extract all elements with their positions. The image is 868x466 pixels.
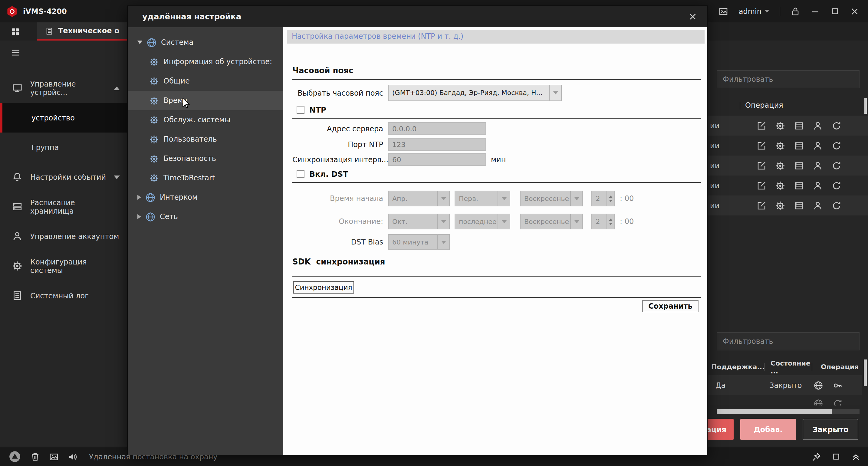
person-icon[interactable] — [813, 141, 823, 150]
chevron-down-icon[interactable] — [498, 191, 510, 206]
table-row[interactable]: ии — [708, 195, 868, 215]
sidebar-item-event-settings[interactable]: Настройки событий — [0, 162, 127, 192]
edit-icon[interactable] — [756, 121, 766, 130]
records-icon[interactable] — [794, 200, 804, 210]
chevron-down-icon[interactable] — [437, 214, 449, 229]
spinner-down-icon[interactable] — [609, 222, 613, 225]
edit-icon[interactable] — [756, 200, 766, 210]
refresh-icon[interactable] — [832, 141, 841, 150]
sidebar-item-system-log[interactable]: Системный лог — [0, 281, 127, 310]
speaker-icon[interactable] — [68, 452, 78, 462]
gear-icon[interactable] — [775, 141, 785, 150]
maximize-button[interactable] — [831, 7, 840, 16]
chevron-down-icon[interactable] — [437, 235, 449, 249]
tree-item-security[interactable]: Безопасность — [128, 149, 283, 168]
ntp-checkbox[interactable] — [297, 106, 305, 114]
closed-button[interactable]: Закрыто — [803, 419, 858, 440]
gear-icon[interactable] — [775, 121, 785, 130]
spinner-up-icon[interactable] — [609, 195, 613, 197]
picture-icon[interactable] — [49, 452, 59, 462]
globe-icon[interactable] — [813, 380, 823, 390]
spinner-down-icon[interactable] — [609, 199, 613, 202]
pin-icon[interactable] — [812, 452, 822, 462]
refresh-icon[interactable] — [833, 399, 843, 405]
gear-icon[interactable] — [775, 181, 785, 190]
gear-icon[interactable] — [775, 200, 785, 210]
globe-icon[interactable] — [813, 399, 823, 405]
sidebar-item-storage-schedule[interactable]: Расписание хранилища — [0, 192, 127, 221]
edit-icon[interactable] — [756, 141, 766, 150]
lock-icon[interactable] — [790, 6, 800, 16]
chevron-down-icon[interactable] — [570, 191, 582, 206]
expand-collapse-icon[interactable] — [137, 40, 142, 44]
sidebar-item-system-config[interactable]: Конфигурация системы — [0, 251, 127, 281]
trash-icon[interactable] — [30, 452, 40, 462]
chevron-down-icon[interactable] — [570, 214, 582, 229]
dst-checkbox-row[interactable]: Вкл. DST — [297, 169, 348, 179]
scrollbar-thumb[interactable] — [864, 98, 867, 114]
tree-item-time[interactable]: Время — [128, 91, 283, 110]
tree-item-intercom[interactable]: Интерком — [128, 188, 283, 207]
tree-item-maintenance[interactable]: Обслуж. системы — [128, 110, 283, 129]
tree-item-device-info[interactable]: Информация об устройстве: — [128, 52, 283, 71]
dst-end-month-select[interactable]: Окт. — [388, 214, 450, 229]
ntp-port-input[interactable] — [388, 138, 486, 151]
refresh-icon[interactable] — [832, 200, 841, 210]
ntp-server-input[interactable] — [388, 122, 486, 135]
scrollbar-thumb[interactable] — [864, 360, 867, 386]
dst-checkbox[interactable] — [297, 170, 305, 178]
save-button[interactable]: Сохранить — [642, 300, 699, 312]
filter-input-top[interactable] — [717, 70, 860, 88]
edit-icon[interactable] — [756, 161, 766, 170]
refresh-icon[interactable] — [832, 121, 841, 130]
tree-item-user[interactable]: Пользователь — [128, 129, 283, 149]
table-row[interactable]: ии — [708, 116, 868, 135]
edit-icon[interactable] — [756, 181, 766, 190]
records-icon[interactable] — [794, 141, 804, 150]
person-icon[interactable] — [813, 121, 823, 130]
records-icon[interactable] — [794, 121, 804, 130]
sidebar-item-device-management[interactable]: Управление устройс... — [0, 73, 127, 103]
expand-collapse-icon[interactable] — [137, 195, 141, 200]
dst-end-week-select[interactable]: последнее — [455, 214, 510, 229]
close-button[interactable] — [850, 6, 860, 16]
refresh-icon[interactable] — [832, 161, 841, 170]
timezone-select[interactable]: (GMT+03:00) Багдад, Эр-Рияд, Москва, Н..… — [388, 85, 562, 101]
expand-collapse-icon[interactable] — [137, 214, 141, 219]
sidebar-item-account-management[interactable]: Управление аккаунтом — [0, 221, 127, 251]
table-row[interactable]: ии — [708, 135, 868, 156]
dst-bias-select[interactable]: 60 минута — [388, 234, 450, 250]
person-icon[interactable] — [813, 200, 823, 210]
records-icon[interactable] — [794, 181, 804, 190]
alarm-status-icon[interactable] — [8, 450, 21, 463]
gear-icon[interactable] — [775, 161, 785, 170]
stop-icon[interactable] — [832, 452, 841, 461]
picture-preview-icon[interactable] — [719, 6, 728, 16]
dialog-close-icon[interactable] — [688, 12, 697, 21]
minimize-button[interactable] — [810, 6, 820, 16]
sidebar-item-device[interactable]: устройство — [0, 103, 127, 132]
sidebar-item-group[interactable]: Группа — [0, 132, 127, 162]
dst-start-hour-spinner[interactable]: 2 — [591, 191, 615, 206]
spinner-up-icon[interactable] — [609, 218, 613, 221]
tree-item-system[interactable]: Система — [128, 33, 283, 52]
apps-grid-icon[interactable] — [11, 27, 20, 36]
chevron-down-icon[interactable] — [498, 214, 510, 229]
dialog-titlebar[interactable]: удалённая настройка — [128, 6, 707, 27]
add-button[interactable]: Добав. — [740, 419, 796, 440]
dst-end-hour-spinner[interactable]: 2 — [591, 214, 615, 229]
records-icon[interactable] — [794, 161, 804, 170]
chevron-down-icon[interactable] — [549, 85, 561, 100]
tree-item-network[interactable]: Сеть — [128, 207, 283, 226]
tree-item-time-to-restart[interactable]: TimeToRestart — [128, 168, 283, 188]
table-row[interactable]: Да Закрыто — [708, 375, 862, 395]
dst-start-day-select[interactable]: Воскресенье — [520, 191, 583, 206]
ntp-interval-input[interactable] — [388, 153, 486, 166]
user-menu[interactable]: admin — [739, 7, 769, 15]
horizontal-scrollbar[interactable] — [717, 409, 860, 414]
dst-end-day-select[interactable]: Воскресенье — [520, 214, 583, 229]
collapse-up-icon[interactable] — [851, 452, 861, 462]
chevron-down-icon[interactable] — [437, 191, 449, 206]
tab-maintenance[interactable]: Техническое о — [37, 22, 134, 40]
dst-start-week-select[interactable]: Перв. — [455, 191, 510, 206]
